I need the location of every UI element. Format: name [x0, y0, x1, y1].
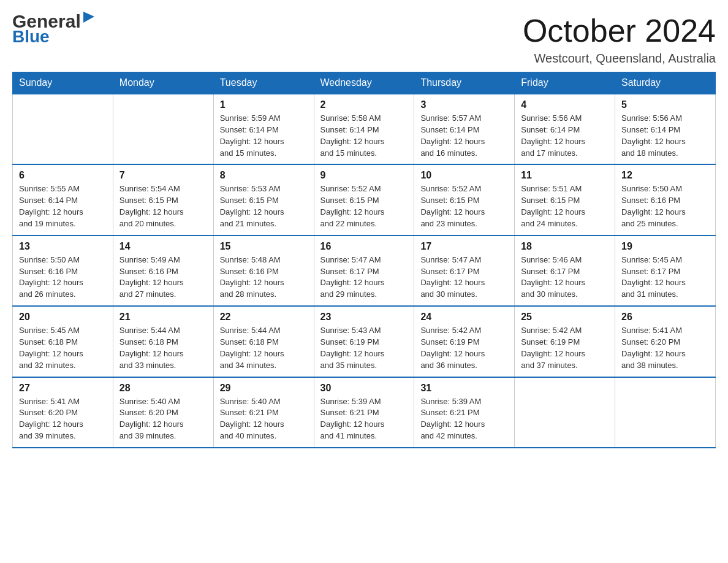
day-number: 31 — [420, 383, 508, 394]
calendar-header-row: SundayMondayTuesdayWednesdayThursdayFrid… — [13, 72, 716, 94]
day-info: Sunrise: 5:40 AMSunset: 6:21 PMDaylight:… — [220, 396, 308, 442]
calendar-cell: 30Sunrise: 5:39 AMSunset: 6:21 PMDayligh… — [314, 377, 414, 448]
day-info: Sunrise: 5:44 AMSunset: 6:18 PMDaylight:… — [119, 325, 207, 371]
calendar-cell: 27Sunrise: 5:41 AMSunset: 6:20 PMDayligh… — [13, 377, 113, 448]
day-info: Sunrise: 5:57 AMSunset: 6:14 PMDaylight:… — [420, 113, 508, 159]
day-info: Sunrise: 5:39 AMSunset: 6:21 PMDaylight:… — [420, 396, 508, 442]
day-info: Sunrise: 5:52 AMSunset: 6:15 PMDaylight:… — [320, 183, 408, 229]
calendar-cell: 10Sunrise: 5:52 AMSunset: 6:15 PMDayligh… — [414, 164, 515, 235]
calendar-cell: 22Sunrise: 5:44 AMSunset: 6:18 PMDayligh… — [213, 306, 314, 377]
calendar-cell: 28Sunrise: 5:40 AMSunset: 6:20 PMDayligh… — [113, 377, 213, 448]
calendar-cell: 26Sunrise: 5:41 AMSunset: 6:20 PMDayligh… — [615, 306, 716, 377]
day-number: 12 — [621, 170, 709, 181]
day-number: 29 — [220, 383, 308, 394]
calendar-header-thursday: Thursday — [414, 72, 515, 94]
day-number: 27 — [19, 383, 107, 394]
day-info: Sunrise: 5:40 AMSunset: 6:20 PMDaylight:… — [119, 396, 207, 442]
day-number: 30 — [320, 383, 408, 394]
calendar-cell: 29Sunrise: 5:40 AMSunset: 6:21 PMDayligh… — [213, 377, 314, 448]
day-number: 25 — [521, 312, 609, 323]
calendar-week-row: 20Sunrise: 5:45 AMSunset: 6:18 PMDayligh… — [13, 306, 716, 377]
day-info: Sunrise: 5:50 AMSunset: 6:16 PMDaylight:… — [19, 255, 107, 301]
calendar-cell: 8Sunrise: 5:53 AMSunset: 6:15 PMDaylight… — [213, 164, 314, 235]
calendar-header-monday: Monday — [113, 72, 213, 94]
day-number: 24 — [420, 312, 508, 323]
day-info: Sunrise: 5:56 AMSunset: 6:14 PMDaylight:… — [521, 113, 609, 159]
day-number: 23 — [320, 312, 408, 323]
calendar-cell: 24Sunrise: 5:42 AMSunset: 6:19 PMDayligh… — [414, 306, 515, 377]
calendar-cell — [113, 94, 213, 164]
calendar-cell: 21Sunrise: 5:44 AMSunset: 6:18 PMDayligh… — [113, 306, 213, 377]
day-number: 17 — [420, 241, 508, 252]
day-info: Sunrise: 5:44 AMSunset: 6:18 PMDaylight:… — [220, 325, 308, 371]
day-info: Sunrise: 5:52 AMSunset: 6:15 PMDaylight:… — [420, 183, 508, 229]
day-info: Sunrise: 5:47 AMSunset: 6:17 PMDaylight:… — [320, 255, 408, 301]
day-info: Sunrise: 5:45 AMSunset: 6:17 PMDaylight:… — [621, 255, 709, 301]
calendar-cell: 5Sunrise: 5:56 AMSunset: 6:14 PMDaylight… — [615, 94, 716, 164]
day-info: Sunrise: 5:53 AMSunset: 6:15 PMDaylight:… — [220, 183, 308, 229]
day-number: 11 — [521, 170, 609, 181]
calendar-week-row: 6Sunrise: 5:55 AMSunset: 6:14 PMDaylight… — [13, 164, 716, 235]
calendar-cell — [515, 377, 615, 448]
calendar-cell — [13, 94, 113, 164]
calendar-cell: 16Sunrise: 5:47 AMSunset: 6:17 PMDayligh… — [314, 236, 414, 306]
day-info: Sunrise: 5:42 AMSunset: 6:19 PMDaylight:… — [521, 325, 609, 371]
calendar-cell — [615, 377, 716, 448]
calendar-header-sunday: Sunday — [13, 72, 113, 94]
day-number: 26 — [621, 312, 709, 323]
day-number: 19 — [621, 241, 709, 252]
calendar-cell: 3Sunrise: 5:57 AMSunset: 6:14 PMDaylight… — [414, 94, 515, 164]
calendar-cell: 23Sunrise: 5:43 AMSunset: 6:19 PMDayligh… — [314, 306, 414, 377]
calendar-cell: 19Sunrise: 5:45 AMSunset: 6:17 PMDayligh… — [615, 236, 716, 306]
day-number: 28 — [119, 383, 207, 394]
day-info: Sunrise: 5:42 AMSunset: 6:19 PMDaylight:… — [420, 325, 508, 371]
day-number: 15 — [220, 241, 308, 252]
day-info: Sunrise: 5:46 AMSunset: 6:17 PMDaylight:… — [521, 255, 609, 301]
day-info: Sunrise: 5:49 AMSunset: 6:16 PMDaylight:… — [119, 255, 207, 301]
day-number: 21 — [119, 312, 207, 323]
calendar-header-friday: Friday — [515, 72, 615, 94]
calendar-cell: 15Sunrise: 5:48 AMSunset: 6:16 PMDayligh… — [213, 236, 314, 306]
day-info: Sunrise: 5:48 AMSunset: 6:16 PMDaylight:… — [220, 255, 308, 301]
calendar-table: SundayMondayTuesdayWednesdayThursdayFrid… — [12, 72, 716, 448]
day-info: Sunrise: 5:39 AMSunset: 6:21 PMDaylight:… — [320, 396, 408, 442]
day-info: Sunrise: 5:56 AMSunset: 6:14 PMDaylight:… — [621, 113, 709, 159]
day-number: 3 — [420, 99, 508, 110]
day-number: 6 — [19, 170, 107, 181]
day-info: Sunrise: 5:43 AMSunset: 6:19 PMDaylight:… — [320, 325, 408, 371]
calendar-week-row: 13Sunrise: 5:50 AMSunset: 6:16 PMDayligh… — [13, 236, 716, 306]
calendar-week-row: 27Sunrise: 5:41 AMSunset: 6:20 PMDayligh… — [13, 377, 716, 448]
day-info: Sunrise: 5:41 AMSunset: 6:20 PMDaylight:… — [19, 396, 107, 442]
day-number: 1 — [220, 99, 308, 110]
calendar-cell: 18Sunrise: 5:46 AMSunset: 6:17 PMDayligh… — [515, 236, 615, 306]
day-number: 22 — [220, 312, 308, 323]
logo-blue-text: Blue — [12, 28, 96, 45]
logo-image: General Blue — [12, 12, 96, 45]
day-info: Sunrise: 5:41 AMSunset: 6:20 PMDaylight:… — [621, 325, 709, 371]
calendar-header-saturday: Saturday — [615, 72, 716, 94]
month-title: October 2024 — [523, 12, 716, 49]
day-info: Sunrise: 5:47 AMSunset: 6:17 PMDaylight:… — [420, 255, 508, 301]
day-info: Sunrise: 5:55 AMSunset: 6:14 PMDaylight:… — [19, 183, 107, 229]
calendar-header-wednesday: Wednesday — [314, 72, 414, 94]
calendar-cell: 25Sunrise: 5:42 AMSunset: 6:19 PMDayligh… — [515, 306, 615, 377]
calendar-cell: 13Sunrise: 5:50 AMSunset: 6:16 PMDayligh… — [13, 236, 113, 306]
calendar-cell: 4Sunrise: 5:56 AMSunset: 6:14 PMDaylight… — [515, 94, 615, 164]
calendar-cell: 9Sunrise: 5:52 AMSunset: 6:15 PMDaylight… — [314, 164, 414, 235]
day-number: 8 — [220, 170, 308, 181]
day-info: Sunrise: 5:58 AMSunset: 6:14 PMDaylight:… — [320, 113, 408, 159]
day-info: Sunrise: 5:50 AMSunset: 6:16 PMDaylight:… — [621, 183, 709, 229]
day-number: 13 — [19, 241, 107, 252]
day-number: 10 — [420, 170, 508, 181]
logo-flag-icon — [82, 12, 96, 25]
title-section: October 2024 Westcourt, Queensland, Aust… — [523, 12, 716, 66]
day-number: 9 — [320, 170, 408, 181]
calendar-cell: 20Sunrise: 5:45 AMSunset: 6:18 PMDayligh… — [13, 306, 113, 377]
calendar-cell: 6Sunrise: 5:55 AMSunset: 6:14 PMDaylight… — [13, 164, 113, 235]
day-number: 5 — [621, 99, 709, 110]
day-info: Sunrise: 5:51 AMSunset: 6:15 PMDaylight:… — [521, 183, 609, 229]
day-number: 20 — [19, 312, 107, 323]
calendar-cell: 1Sunrise: 5:59 AMSunset: 6:14 PMDaylight… — [213, 94, 314, 164]
calendar-cell: 17Sunrise: 5:47 AMSunset: 6:17 PMDayligh… — [414, 236, 515, 306]
calendar-cell: 14Sunrise: 5:49 AMSunset: 6:16 PMDayligh… — [113, 236, 213, 306]
